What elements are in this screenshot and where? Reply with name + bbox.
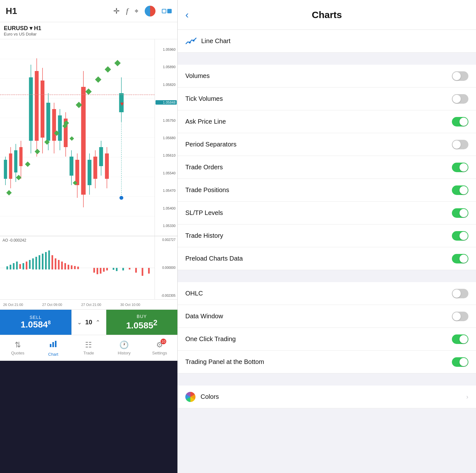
trade-history-toggle-knob [459,232,468,240]
svg-rect-95 [36,257,37,269]
list-item-trade-orders[interactable]: Trade Orders [178,156,476,179]
volumes-toggle[interactable] [452,71,468,81]
svg-rect-100 [51,255,53,269]
function-icon[interactable]: f [126,7,128,15]
svg-rect-123 [55,341,56,347]
sell-button[interactable]: SELL 1.05848 [0,310,71,335]
nav-settings[interactable]: ⚙ 10 Settings [147,340,172,355]
svg-rect-81 [6,190,12,196]
list-item-ohlc[interactable]: OHLC [178,282,476,305]
list-item-trading-panel-bottom[interactable]: Trading Panel at the Bottom [178,351,476,373]
buy-button[interactable]: BUY 1.05852 [106,310,178,335]
nav-history[interactable]: 🕐 History [111,340,137,355]
svg-rect-107 [74,266,76,269]
svg-rect-112 [103,268,105,272]
trade-history-toggle[interactable] [452,231,468,241]
ao-svg [0,236,155,300]
preload-charts-data-toggle[interactable] [452,254,468,263]
svg-rect-61 [105,153,109,179]
svg-rect-102 [58,260,60,269]
trade-positions-toggle[interactable] [452,185,468,195]
left-panel: H1 ✛ f ⌖ EURUSD ▾ H1 Euro vs US Dollar 1… [0,0,178,473]
period-separators-toggle[interactable] [452,140,468,149]
svg-rect-31 [46,103,50,141]
chart-icon [49,340,58,351]
one-click-trading-label: One Click Trading [185,335,452,343]
list-item-colors[interactable]: Colors › [178,386,476,408]
svg-rect-117 [129,268,130,269]
list-item-ask-price-line[interactable]: Ask Price Line [178,110,476,133]
time-3: 27 Oct 21:00 [81,303,101,307]
svg-rect-115 [116,268,117,271]
trade-orders-toggle[interactable] [452,163,468,172]
svg-rect-96 [39,255,40,269]
buy-price-sup: 2 [153,319,157,327]
ask-price-line [0,94,155,95]
price-9: 1.05400 [155,206,177,210]
svg-rect-86 [6,266,8,269]
svg-rect-72 [95,76,101,83]
ask-price-line-toggle[interactable] [452,117,468,126]
list-item-data-window[interactable]: Data Window [178,305,476,328]
svg-rect-93 [29,260,30,269]
list-item-line-chart[interactable]: Line Chart [178,30,476,53]
back-button[interactable]: ‹ [185,9,189,21]
list-item-tick-volumes[interactable]: Tick Volumes [178,87,476,110]
trading-panel-bottom-toggle[interactable] [452,357,468,367]
time-1: 26 Oct 21:00 [3,303,23,307]
svg-rect-105 [68,265,69,269]
ao-price-mid: 0.000000 [155,266,177,269]
ohlc-toggle[interactable] [452,289,468,298]
list-item-trade-positions[interactable]: Trade Positions [178,179,476,202]
svg-rect-94 [32,258,34,269]
preload-charts-data-toggle-knob [459,255,468,263]
svg-rect-37 [58,115,62,141]
svg-rect-111 [100,268,102,274]
nav-trade-label: Trade [83,351,94,355]
svg-rect-87 [10,265,11,269]
theme-icon[interactable] [145,6,155,16]
svg-rect-110 [96,268,98,274]
list-item-one-click-trading[interactable]: One Click Trading [178,328,476,351]
lot-up-arrow[interactable]: ⌃ [96,319,100,326]
price-7: 1.05540 [155,171,177,175]
ao-area: AO -0.000242 0.002727 0.000000 -0.002305 [0,236,177,299]
svg-rect-118 [135,268,137,273]
lot-down-arrow[interactable]: ⌄ [77,319,82,326]
list-item-period-separators[interactable]: Period Separators [178,133,476,156]
data-window-toggle[interactable] [452,312,468,321]
list-item-volumes[interactable]: Volumes [178,65,476,87]
svg-rect-73 [85,88,92,95]
svg-rect-106 [71,265,72,269]
svg-rect-116 [122,268,124,270]
section-sep-1 [178,53,476,65]
svg-rect-34 [52,109,56,141]
list-item-trade-history[interactable]: Trade History [178,224,476,247]
svg-rect-19 [19,147,23,166]
svg-rect-25 [35,71,39,141]
price-4: 1.05750 [155,119,177,122]
nav-quotes[interactable]: ⇅ Quotes [5,340,30,355]
timeframe-label[interactable]: H1 [6,6,17,16]
sltp-levels-toggle[interactable] [452,208,468,218]
indicator-icon[interactable]: ⌖ [135,7,138,15]
symbol-label: EURUSD ▾ H1 [4,25,174,32]
svg-text:▼: ▼ [119,101,125,107]
list-item-preload-charts-data[interactable]: Preload Charts Data [178,247,476,270]
crosshair-icon[interactable]: ✛ [113,7,120,16]
main-chart-area[interactable]: 1.05960 1.05890 1.05820 1.05848 1.05750 … [0,39,177,236]
list-item-sltp-levels[interactable]: SL/TP Levels [178,202,476,224]
nav-chart[interactable]: Chart [41,340,66,357]
ao-price-top: 0.002727 [155,238,177,242]
one-click-trading-toggle[interactable] [452,334,468,344]
svg-rect-108 [77,267,79,269]
chart-info: EURUSD ▾ H1 Euro vs US Dollar [0,22,177,39]
right-panel: ‹ Charts Line Chart Volumes Tick Volumes [178,0,476,473]
sell-price-main: 1.05 [21,320,38,329]
nav-trade[interactable]: ☷ Trade [76,340,101,355]
trade-orders-label: Trade Orders [185,164,452,171]
svg-rect-83 [69,136,74,141]
tick-volumes-toggle[interactable] [452,94,468,104]
svg-rect-80 [16,175,21,180]
layout-icon[interactable] [162,9,172,13]
